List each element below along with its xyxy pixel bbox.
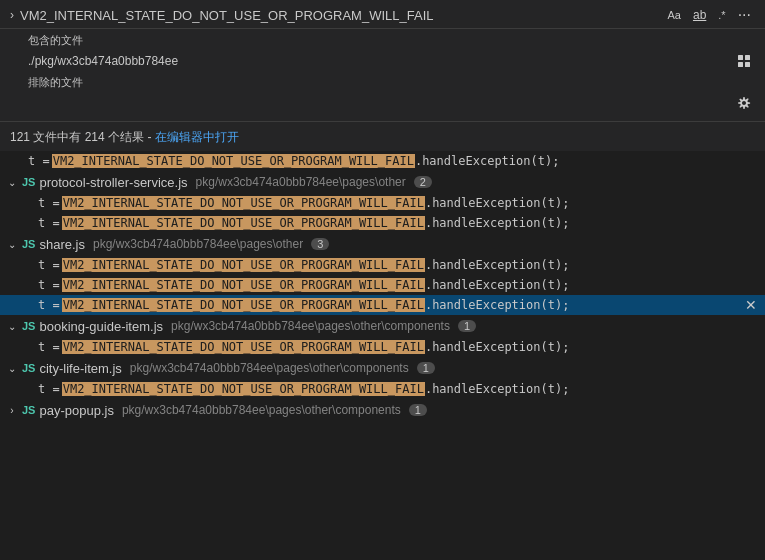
include-files-icon[interactable] [733, 50, 755, 72]
exclude-files-input[interactable] [28, 95, 727, 111]
file-group-pay-popup: › JS pay-popup.js pkg/wx3cb474a0bbb784ee… [0, 399, 765, 421]
divider [0, 121, 765, 122]
filename: share.js [39, 237, 85, 252]
match-word-button[interactable]: ab [689, 6, 710, 24]
match-prefix: t = [38, 340, 60, 354]
filename: protocol-stroller-service.js [39, 175, 187, 190]
match-count: 1 [417, 362, 435, 374]
search-collapse-chevron[interactable]: › [10, 8, 14, 22]
match-count: 1 [458, 320, 476, 332]
file-group-city-life: ⌄ JS city-life-item.js pkg/wx3cb474a0bbb… [0, 357, 765, 399]
open-in-editor-link[interactable]: 在编辑器中打开 [155, 130, 239, 144]
filters-section: 包含的文件 排除的文件 [0, 29, 765, 119]
match-suffix: .handleException(t); [425, 298, 570, 312]
file-group-protocol-stroller: ⌄ JS protocol-stroller-service.js pkg/wx… [0, 171, 765, 233]
match-suffix: .handleException(t); [425, 382, 570, 396]
match-prefix: t = [38, 382, 60, 396]
file-header-share[interactable]: ⌄ JS share.js pkg/wx3cb474a0bbb784ee\pag… [0, 233, 765, 255]
js-badge: JS [22, 238, 35, 250]
search-header: › VM2_INTERNAL_STATE_DO_NOT_USE_OR_PROGR… [0, 0, 765, 29]
include-files-input[interactable] [28, 53, 727, 69]
svg-rect-2 [738, 62, 743, 67]
match-suffix: .handleException(t); [415, 154, 560, 168]
filepath: pkg/wx3cb474a0bbb784ee\pages\other [93, 237, 303, 251]
results-summary: 121 文件中有 214 个结果 - 在编辑器中打开 [0, 124, 765, 151]
file-group-booking-guide: ⌄ JS booking-guide-item.js pkg/wx3cb474a… [0, 315, 765, 357]
match-row[interactable]: t = VM2_INTERNAL_STATE_DO_NOT_USE_OR_PRO… [0, 193, 765, 213]
collapse-chevron: ⌄ [6, 363, 18, 374]
js-badge: JS [22, 404, 35, 416]
exclude-files-label: 排除的文件 [28, 75, 755, 90]
match-count: 3 [311, 238, 329, 250]
results-separator: - [147, 130, 154, 144]
collapse-chevron: › [6, 405, 18, 416]
match-row[interactable]: t = VM2_INTERNAL_STATE_DO_NOT_USE_OR_PRO… [0, 275, 765, 295]
js-badge: JS [22, 176, 35, 188]
use-regex-button[interactable]: .* [714, 7, 729, 23]
js-badge: JS [22, 362, 35, 374]
match-suffix: .handleException(t); [425, 196, 570, 210]
match-keyword-highlight: VM2_INTERNAL_STATE_DO_NOT_USE_OR_PROGRAM… [62, 258, 425, 272]
svg-rect-1 [745, 55, 750, 60]
match-keyword-highlight: VM2_INTERNAL_STATE_DO_NOT_USE_OR_PROGRAM… [62, 216, 425, 230]
match-suffix: .handleException(t); [425, 340, 570, 354]
match-prefix: t = [38, 278, 60, 292]
filepath: pkg/wx3cb474a0bbb784ee\pages\other\compo… [130, 361, 409, 375]
file-header-city-life[interactable]: ⌄ JS city-life-item.js pkg/wx3cb474a0bbb… [0, 357, 765, 379]
match-prefix: t = [38, 216, 60, 230]
collapse-chevron: ⌄ [6, 321, 18, 332]
match-keyword-highlight: VM2_INTERNAL_STATE_DO_NOT_USE_OR_PROGRAM… [62, 382, 425, 396]
filename: booking-guide-item.js [39, 319, 163, 334]
include-files-row [28, 50, 755, 72]
file-header-booking-guide[interactable]: ⌄ JS booking-guide-item.js pkg/wx3cb474a… [0, 315, 765, 337]
match-row[interactable]: t = VM2_INTERNAL_STATE_DO_NOT_USE_OR_PRO… [0, 255, 765, 275]
file-header-protocol-stroller[interactable]: ⌄ JS protocol-stroller-service.js pkg/wx… [0, 171, 765, 193]
results-count: 121 文件中有 214 个结果 [10, 130, 144, 144]
search-panel: › VM2_INTERNAL_STATE_DO_NOT_USE_OR_PROGR… [0, 0, 765, 560]
js-badge: JS [22, 320, 35, 332]
match-count: 1 [409, 404, 427, 416]
svg-rect-0 [738, 55, 743, 60]
match-row[interactable]: t = VM2_INTERNAL_STATE_DO_NOT_USE_OR_PRO… [0, 213, 765, 233]
match-count: 2 [414, 176, 432, 188]
file-header-pay-popup[interactable]: › JS pay-popup.js pkg/wx3cb474a0bbb784ee… [0, 399, 765, 421]
match-keyword-highlight: VM2_INTERNAL_STATE_DO_NOT_USE_OR_PROGRAM… [52, 154, 415, 168]
collapse-chevron: ⌄ [6, 177, 18, 188]
match-suffix: .handleException(t); [425, 216, 570, 230]
search-query-text: VM2_INTERNAL_STATE_DO_NOT_USE_OR_PROGRAM… [20, 8, 657, 23]
collapse-chevron: ⌄ [6, 239, 18, 250]
match-keyword-highlight: VM2_INTERNAL_STATE_DO_NOT_USE_OR_PROGRAM… [62, 196, 425, 210]
filepath: pkg/wx3cb474a0bbb784ee\pages\other\compo… [171, 319, 450, 333]
results-list[interactable]: t = VM2_INTERNAL_STATE_DO_NOT_USE_OR_PRO… [0, 151, 765, 560]
file-group-share: ⌄ JS share.js pkg/wx3cb474a0bbb784ee\pag… [0, 233, 765, 315]
match-row-selected[interactable]: t = VM2_INTERNAL_STATE_DO_NOT_USE_OR_PRO… [0, 295, 765, 315]
exclude-files-row [28, 92, 755, 114]
filepath: pkg/wx3cb474a0bbb784ee\pages\other [196, 175, 406, 189]
include-files-label: 包含的文件 [28, 33, 755, 48]
match-prefix: t = [38, 298, 60, 312]
match-keyword-highlight: VM2_INTERNAL_STATE_DO_NOT_USE_OR_PROGRAM… [62, 278, 425, 292]
match-prefix: t = [38, 196, 60, 210]
more-options-button[interactable]: ··· [734, 6, 755, 24]
match-row[interactable]: t = VM2_INTERNAL_STATE_DO_NOT_USE_OR_PRO… [0, 379, 765, 399]
filename: pay-popup.js [39, 403, 113, 418]
match-case-button[interactable]: Aa [663, 7, 684, 23]
exclude-files-settings-icon[interactable] [733, 92, 755, 114]
dismiss-match-button[interactable]: ✕ [745, 297, 757, 313]
match-keyword-highlight: VM2_INTERNAL_STATE_DO_NOT_USE_OR_PROGRAM… [62, 298, 425, 312]
filepath: pkg/wx3cb474a0bbb784ee\pages\other\compo… [122, 403, 401, 417]
match-suffix: .handleException(t); [425, 278, 570, 292]
match-row[interactable]: t = VM2_INTERNAL_STATE_DO_NOT_USE_OR_PRO… [0, 337, 765, 357]
search-action-buttons: Aa ab .* ··· [663, 6, 755, 24]
filename: city-life-item.js [39, 361, 121, 376]
match-keyword-highlight: VM2_INTERNAL_STATE_DO_NOT_USE_OR_PROGRAM… [62, 340, 425, 354]
match-prefix: t = [28, 154, 50, 168]
match-suffix: .handleException(t); [425, 258, 570, 272]
svg-rect-3 [745, 62, 750, 67]
standalone-match-row[interactable]: t = VM2_INTERNAL_STATE_DO_NOT_USE_OR_PRO… [0, 151, 765, 171]
match-prefix: t = [38, 258, 60, 272]
